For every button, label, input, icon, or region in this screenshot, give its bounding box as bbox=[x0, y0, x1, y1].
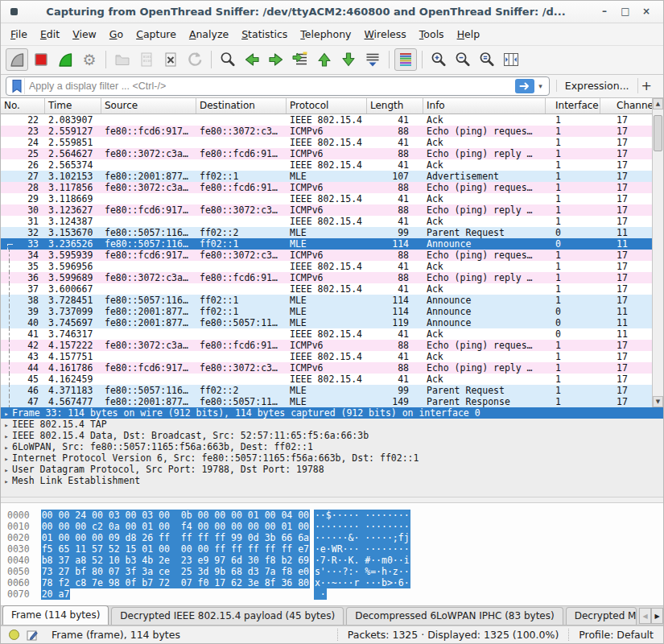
menu-view[interactable]: View bbox=[66, 26, 103, 43]
hex-bytes[interactable]: f5 65 11 57 52 15 01 00 00 00 ff ff ff f… bbox=[41, 543, 310, 555]
packet-row-28[interactable]: 283.117856fe80::3072:c3a…fe80::fcd6:91…I… bbox=[1, 182, 652, 193]
maximize-button[interactable]: □ bbox=[615, 6, 636, 17]
hex-bytes[interactable]: b8 37 a8 52 10 b3 4b 2e 23 e9 97 6d 30 f… bbox=[41, 555, 310, 566]
go-forward-icon[interactable] bbox=[265, 48, 287, 71]
close-button[interactable]: × bbox=[636, 6, 657, 17]
packet-row-32[interactable]: 323.153670fe80::5057:116…ff02::2MLE99Par… bbox=[1, 227, 652, 238]
menu-capture[interactable]: Capture bbox=[130, 26, 183, 43]
packet-row-25[interactable]: 252.564627fe80::3072:c3a…fe80::fcd6:91…I… bbox=[1, 148, 652, 159]
detail-line[interactable]: ▸Internet Protocol Version 6, Src: fe80:… bbox=[1, 452, 663, 464]
packet-row-38[interactable]: 383.728451fe80::5057:116…ff02::1MLE114An… bbox=[1, 295, 652, 306]
expression-button[interactable]: Expression... bbox=[556, 80, 637, 92]
auto-scroll-icon[interactable] bbox=[361, 48, 384, 71]
expand-arrow-icon[interactable]: ▸ bbox=[1, 453, 12, 464]
packet-row-43[interactable]: 434.157751IEEE 802.15.441Ack117 bbox=[1, 351, 652, 362]
menu-go[interactable]: Go bbox=[103, 26, 130, 43]
scroll-down-icon[interactable]: ▼ bbox=[653, 396, 663, 407]
hex-bytes[interactable]: 20 a7 bbox=[41, 588, 71, 600]
minimize-button[interactable]: – bbox=[594, 6, 615, 17]
packet-row-35[interactable]: 353.596956IEEE 802.15.441Ack117 bbox=[1, 261, 652, 272]
bookmark-icon[interactable] bbox=[9, 78, 25, 94]
apply-filter-button[interactable] bbox=[515, 79, 534, 93]
reload-file-icon[interactable] bbox=[184, 48, 206, 71]
expand-arrow-icon[interactable]: ▸ bbox=[1, 408, 12, 419]
expand-arrow-icon[interactable]: ▸ bbox=[1, 476, 12, 486]
packet-row-36[interactable]: 363.599689fe80::3072:c3a…fe80::fcd6:91…I… bbox=[1, 272, 652, 283]
detail-line[interactable]: ▸IEEE 802.15.4 Data, Dst: Broadcast, Src… bbox=[1, 430, 663, 441]
zoom-original-icon[interactable] bbox=[476, 48, 498, 71]
menu-tools[interactable]: Tools bbox=[413, 26, 451, 43]
hex-ascii[interactable]: ·e·WR··· ········ bbox=[314, 543, 410, 555]
hex-ascii[interactable]: x··~···r ···b>·6· bbox=[314, 577, 410, 588]
hex-ascii[interactable]: ··$····· ········ bbox=[314, 510, 410, 521]
expand-arrow-icon[interactable]: ▸ bbox=[1, 419, 12, 430]
column-header-source[interactable]: Source bbox=[101, 98, 196, 114]
packet-row-27[interactable]: 273.102153fe80::2001:877…ff02::1MLE107Ad… bbox=[1, 171, 652, 182]
go-to-packet-icon[interactable] bbox=[289, 48, 311, 71]
column-header-length[interactable]: Length bbox=[367, 98, 423, 114]
resize-columns-icon[interactable] bbox=[500, 48, 522, 71]
detail-line[interactable]: ▸IEEE 802.15.4 TAP bbox=[1, 419, 663, 430]
hex-ascii[interactable]: ········ ········ bbox=[314, 521, 410, 532]
packet-row-37[interactable]: 373.600667IEEE 802.15.441Ack117 bbox=[1, 283, 652, 295]
column-header-no[interactable]: No. bbox=[1, 98, 45, 114]
packet-row-42[interactable]: 424.157222fe80::3072:c3a…fe80::fcd6:91…I… bbox=[1, 340, 652, 351]
column-header-time[interactable]: Time bbox=[45, 98, 101, 114]
display-filter-input[interactable] bbox=[25, 80, 515, 92]
packet-row-31[interactable]: 313.124387IEEE 802.15.441Ack117 bbox=[1, 216, 652, 227]
menu-telephony[interactable]: Telephony bbox=[294, 26, 357, 43]
menu-analyze[interactable]: Analyze bbox=[183, 26, 235, 43]
capture-comment-icon[interactable] bbox=[26, 629, 39, 642]
packet-row-47[interactable]: 474.567477fe80::2001:877…fe80::5057:11…M… bbox=[1, 396, 652, 407]
go-bottom-icon[interactable] bbox=[337, 48, 360, 71]
open-file-icon[interactable] bbox=[111, 48, 134, 71]
packet-row-26[interactable]: 262.565374IEEE 802.15.441Ack117 bbox=[1, 159, 652, 171]
capture-options-icon[interactable]: ⚙ bbox=[78, 48, 101, 71]
expand-arrow-icon[interactable]: ▸ bbox=[1, 431, 12, 441]
zoom-in-icon[interactable] bbox=[427, 48, 450, 71]
status-profile[interactable]: Profile: Default bbox=[568, 629, 663, 641]
hex-bytes[interactable]: 01 00 00 00 09 d8 26 ff ff ff ff 99 0d 3… bbox=[41, 532, 310, 543]
hex-ascii[interactable]: ·7·R··K. #··m0··i bbox=[314, 555, 410, 566]
byte-tab-0[interactable]: Frame (114 bytes) bbox=[2, 605, 109, 625]
go-back-icon[interactable] bbox=[241, 48, 263, 71]
packet-row-24[interactable]: 242.559851IEEE 802.15.441Ack117 bbox=[1, 137, 652, 148]
column-header-info[interactable]: Info bbox=[423, 98, 546, 114]
hex-bytes[interactable]: 00 00 00 c2 0a 00 01 00 f4 00 00 00 00 0… bbox=[41, 521, 310, 532]
menu-wireless[interactable]: Wireless bbox=[358, 26, 413, 43]
tab-scroll-left-icon[interactable]: ◀ bbox=[639, 608, 651, 624]
detail-line[interactable]: ▸Frame 33: 114 bytes on wire (912 bits),… bbox=[1, 407, 663, 419]
packet-list-scrollbar[interactable]: ▲ ▼ bbox=[652, 98, 663, 407]
menu-statistics[interactable]: Statistics bbox=[235, 26, 294, 43]
expert-info-icon[interactable] bbox=[9, 630, 19, 640]
hex-ascii[interactable]: s'···?:· %=·h·z·· bbox=[314, 566, 410, 577]
menu-help[interactable]: Help bbox=[451, 26, 487, 43]
column-header-channel[interactable]: Channel bbox=[600, 98, 652, 114]
packet-row-46[interactable]: 464.371183fe80::5057:116…ff02::2MLE99Par… bbox=[1, 385, 652, 396]
column-header-destination[interactable]: Destination bbox=[196, 98, 287, 114]
hex-bytes[interactable]: 00 00 24 00 03 00 03 00 0b 00 00 00 01 0… bbox=[41, 510, 310, 521]
detail-line[interactable]: ▸User Datagram Protocol, Src Port: 19788… bbox=[1, 464, 663, 475]
byte-tab-3[interactable]: Decrypted ML bbox=[566, 607, 637, 625]
byte-tab-1[interactable]: Decrypted IEEE 802.15.4 payload (45 byte… bbox=[111, 607, 344, 625]
hex-ascii[interactable]: ······&· ·····;fj bbox=[314, 532, 410, 543]
capture-stop-icon[interactable] bbox=[30, 48, 52, 71]
hex-ascii[interactable]: · bbox=[314, 588, 327, 600]
save-file-icon[interactable]: 01010110 bbox=[135, 48, 158, 71]
menu-file[interactable]: File bbox=[4, 26, 34, 43]
capture-restart-icon[interactable] bbox=[54, 48, 76, 71]
packet-row-30[interactable]: 303.123627fe80::fcd6:917…fe80::3072:c3…I… bbox=[1, 204, 652, 216]
scroll-up-icon[interactable]: ▲ bbox=[653, 98, 663, 109]
expand-arrow-icon[interactable]: ▸ bbox=[1, 442, 12, 452]
scrollbar-thumb[interactable] bbox=[654, 115, 662, 151]
packet-row-29[interactable]: 293.118669IEEE 802.15.441Ack117 bbox=[1, 193, 652, 204]
packet-row-34[interactable]: 343.595939fe80::fcd6:917…fe80::3072:c3…I… bbox=[1, 250, 652, 261]
menu-edit[interactable]: Edit bbox=[34, 26, 66, 43]
find-packet-icon[interactable] bbox=[217, 48, 239, 71]
packet-row-33[interactable]: 333.236526fe80::5057:116…ff02::1MLE114An… bbox=[1, 238, 652, 250]
close-file-icon[interactable] bbox=[159, 48, 182, 71]
tab-scroll-right-icon[interactable]: ▶ bbox=[651, 608, 663, 624]
byte-tab-2[interactable]: Decompressed 6LoWPAN IPHC (83 bytes) bbox=[346, 607, 563, 625]
zoom-out-icon[interactable] bbox=[452, 48, 474, 71]
colorize-icon[interactable] bbox=[394, 48, 417, 71]
